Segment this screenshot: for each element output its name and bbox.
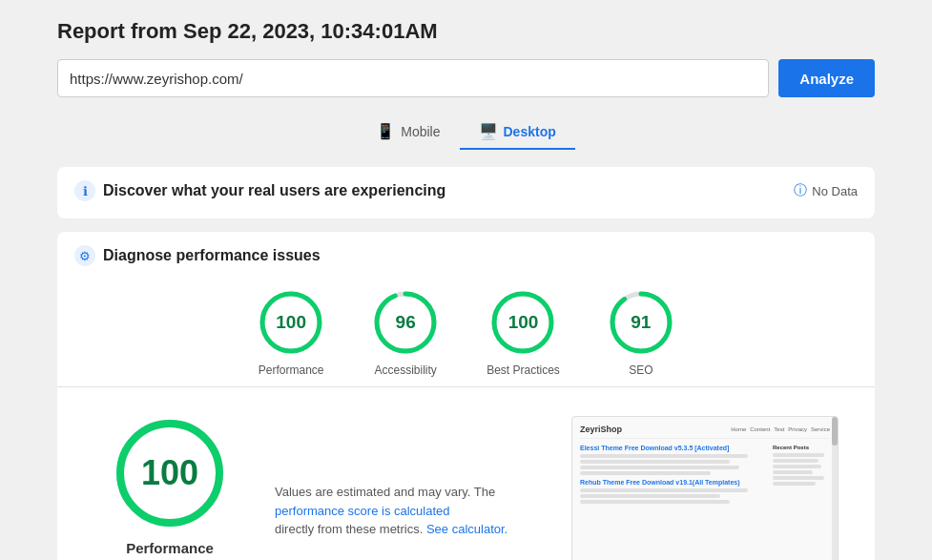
mock-text-5 bbox=[580, 488, 748, 492]
score-seo[interactable]: 91 SEO bbox=[608, 289, 674, 377]
score-seo-label: SEO bbox=[629, 363, 652, 377]
score-performance[interactable]: 100 Performance bbox=[258, 289, 324, 377]
discover-title: Discover what your real users are experi… bbox=[103, 182, 445, 199]
score-best-practices[interactable]: 100 Best Practices bbox=[487, 289, 560, 377]
big-performance-circle: 100 bbox=[113, 416, 227, 530]
discover-section: ℹ Discover what your real users are expe… bbox=[57, 167, 875, 218]
scores-row: 100 Performance 96 Accessibility bbox=[74, 270, 858, 386]
mock-sidebar-item-4 bbox=[773, 470, 813, 474]
mock-sidebar-item-5 bbox=[773, 476, 824, 480]
mock-sidebar-item-1 bbox=[773, 453, 824, 457]
mock-text-3 bbox=[580, 466, 739, 469]
mock-logo: ZeyriShop bbox=[580, 425, 622, 434]
mock-text-7 bbox=[580, 500, 730, 504]
mock-sidebar-title: Recent Posts bbox=[773, 445, 830, 450]
url-input[interactable] bbox=[57, 59, 769, 97]
scrollbar-thumb bbox=[832, 417, 838, 446]
tab-desktop-label: Desktop bbox=[504, 124, 556, 139]
tab-row: 📱 Mobile 🖥️ Desktop bbox=[57, 114, 875, 150]
no-data-label: No Data bbox=[812, 184, 858, 198]
score-performance-label: Performance bbox=[259, 363, 324, 377]
mock-nav-privacy: Privacy bbox=[788, 426, 807, 432]
analyze-button[interactable]: Analyze bbox=[778, 59, 875, 97]
mock-text-2 bbox=[580, 460, 730, 464]
mock-content: Elessi Theme Free Download v5.3.5 [Activ… bbox=[580, 445, 830, 506]
mock-nav-service: Service bbox=[811, 426, 830, 432]
mock-nav-content: Content bbox=[750, 426, 770, 432]
score-seo-value: 91 bbox=[631, 312, 651, 333]
mock-post-title-1: Elessi Theme Free Download v5.3.5 [Activ… bbox=[580, 445, 767, 451]
tab-mobile-label: Mobile bbox=[401, 124, 440, 139]
perf-desc-suffix: directly from these metrics. bbox=[275, 522, 423, 536]
desktop-icon: 🖥️ bbox=[479, 122, 498, 140]
screenshot-mockup: ZeyriShop Home Content Test Privacy Serv… bbox=[572, 417, 838, 513]
mock-nav-home: Home bbox=[731, 426, 746, 432]
score-performance-value: 100 bbox=[276, 312, 306, 333]
score-best-practices-value: 100 bbox=[508, 312, 539, 333]
mock-sidebar: Recent Posts bbox=[773, 445, 830, 506]
scrollbar[interactable] bbox=[832, 417, 838, 560]
no-data-badge: ⓘ No Data bbox=[794, 182, 858, 199]
mock-text-6 bbox=[580, 494, 720, 498]
info-icon: ⓘ bbox=[794, 182, 807, 199]
mock-sidebar-item-6 bbox=[773, 482, 816, 486]
score-accessibility[interactable]: 96 Accessibility bbox=[372, 289, 439, 377]
perf-calc-link2[interactable]: See calculator. bbox=[426, 522, 507, 536]
mock-text-1 bbox=[580, 454, 748, 458]
screenshot-mockup-area: ZeyriShop Home Content Test Privacy Serv… bbox=[571, 416, 839, 560]
mock-sidebar-item-2 bbox=[773, 459, 818, 463]
perf-desc-prefix: Values are estimated and may vary. The bbox=[275, 485, 495, 499]
mock-nav-test: Test bbox=[774, 426, 784, 432]
mobile-icon: 📱 bbox=[376, 122, 395, 140]
report-title: Report from Sep 22, 2023, 10:34:01AM bbox=[57, 19, 875, 44]
diagnose-section: ⚙ Diagnose performance issues 100 Perfor… bbox=[57, 232, 875, 560]
mock-sidebar-item-3 bbox=[773, 465, 821, 468]
big-performance-circle-area: 100 Performance bbox=[93, 416, 246, 556]
diagnose-icon: ⚙ bbox=[74, 245, 95, 266]
big-score-number: 100 bbox=[141, 453, 198, 493]
mock-text-4 bbox=[580, 471, 711, 475]
perf-calc-link[interactable]: performance score is calculated bbox=[275, 504, 450, 518]
performance-detail: 100 Performance Values are estimated and… bbox=[74, 387, 858, 560]
tab-desktop[interactable]: 🖥️ Desktop bbox=[460, 114, 575, 150]
mock-main-content: Elessi Theme Free Download v5.3.5 [Activ… bbox=[580, 445, 767, 506]
discover-icon: ℹ bbox=[74, 180, 95, 201]
tab-mobile[interactable]: 📱 Mobile bbox=[357, 114, 459, 150]
diagnose-title: Diagnose performance issues bbox=[103, 247, 321, 264]
score-accessibility-label: Accessibility bbox=[374, 363, 436, 377]
performance-description: Values are estimated and may vary. The p… bbox=[275, 416, 543, 539]
big-score-label: Performance bbox=[126, 540, 214, 556]
mock-post-title-2: Rehub Theme Free Download v19.1(All Temp… bbox=[580, 479, 767, 486]
score-accessibility-value: 96 bbox=[396, 312, 416, 333]
mock-nav: Home Content Test Privacy Service bbox=[731, 426, 830, 432]
score-best-practices-label: Best Practices bbox=[487, 363, 560, 377]
